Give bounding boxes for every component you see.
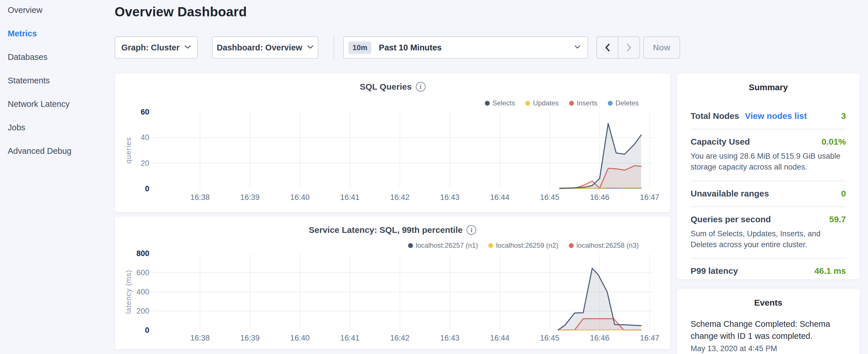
summary-row-label: Capacity Used bbox=[691, 137, 750, 147]
svg-text:16:46: 16:46 bbox=[590, 334, 610, 342]
chevron-down-icon bbox=[574, 45, 581, 50]
svg-text:16:45: 16:45 bbox=[540, 334, 560, 342]
svg-text:16:39: 16:39 bbox=[241, 193, 260, 202]
dashboard-dropdown[interactable]: Dashboard: Overview bbox=[212, 36, 318, 59]
sql-queries-chart: 16:3816:3916:4016:4116:4216:4316:4416:45… bbox=[115, 73, 671, 213]
chevron-down-icon bbox=[184, 45, 191, 50]
summary-row-label: Total Nodes bbox=[691, 111, 739, 121]
svg-text:600: 600 bbox=[136, 268, 149, 277]
time-range-label: Past 10 Minutes bbox=[379, 43, 442, 53]
svg-text:0: 0 bbox=[145, 326, 149, 334]
svg-text:16:47: 16:47 bbox=[640, 334, 659, 342]
summary-row-value: 46.1 ms bbox=[814, 266, 846, 276]
summary-row: Unavailable ranges0 bbox=[691, 181, 846, 206]
svg-text:16:39: 16:39 bbox=[241, 334, 260, 342]
summary-row: Total NodesView nodes list3 bbox=[691, 104, 846, 129]
sidebar-item-metrics[interactable]: Metrics bbox=[8, 29, 111, 38]
svg-text:16:41: 16:41 bbox=[340, 334, 360, 342]
event-item[interactable]: Schema Change Completed: Schema change w… bbox=[691, 318, 846, 353]
page-title: Overview Dashboard bbox=[115, 4, 247, 20]
svg-text:16:38: 16:38 bbox=[190, 193, 210, 202]
sidebar-item-advanced-debug[interactable]: Advanced Debug bbox=[8, 147, 111, 155]
svg-text:16:42: 16:42 bbox=[390, 193, 410, 202]
svg-text:latency (ms): latency (ms) bbox=[124, 270, 133, 314]
sidebar-item-network-latency[interactable]: Network Latency bbox=[8, 100, 111, 108]
svg-text:queries: queries bbox=[124, 137, 133, 164]
time-forward-button[interactable] bbox=[618, 37, 639, 58]
controls-divider bbox=[334, 36, 334, 59]
svg-text:60: 60 bbox=[141, 108, 149, 116]
summary-row-label: Queries per second bbox=[691, 215, 771, 224]
view-nodes-list-link[interactable]: View nodes list bbox=[745, 111, 807, 121]
time-range-selector[interactable]: 10m Past 10 Minutes bbox=[343, 36, 588, 59]
svg-text:400: 400 bbox=[136, 288, 149, 296]
summary-row-value: 0 bbox=[841, 189, 846, 198]
graph-dropdown[interactable]: Graph: Cluster bbox=[115, 36, 198, 59]
summary-row-subtext: You are using 28.6 MiB of 515.9 GiB usab… bbox=[691, 151, 846, 173]
graph-dropdown-label: Graph: Cluster bbox=[121, 43, 179, 53]
svg-text:16:47: 16:47 bbox=[640, 193, 659, 202]
summary-row-label: P99 latency bbox=[691, 266, 738, 276]
sidebar-item-jobs[interactable]: Jobs bbox=[8, 123, 111, 132]
svg-text:16:38: 16:38 bbox=[190, 334, 210, 342]
summary-row-label: Unavailable ranges bbox=[691, 189, 769, 198]
summary-row-value: 3 bbox=[841, 111, 846, 121]
svg-text:16:43: 16:43 bbox=[440, 334, 460, 342]
svg-text:16:43: 16:43 bbox=[440, 193, 460, 202]
summary-row-value: 0.01% bbox=[822, 137, 846, 147]
summary-row: P99 latency46.1 ms bbox=[691, 258, 846, 284]
svg-text:200: 200 bbox=[136, 307, 149, 315]
svg-text:16:44: 16:44 bbox=[490, 193, 509, 202]
sidebar-item-overview[interactable]: Overview bbox=[8, 6, 111, 14]
sql-queries-chart-card: SQL Queries i SelectsUpdatesInsertsDelet… bbox=[115, 73, 671, 213]
time-step-buttons bbox=[596, 36, 640, 59]
svg-text:20: 20 bbox=[141, 159, 149, 167]
service-latency-chart: 16:3816:3916:4016:4116:4216:4316:4416:45… bbox=[115, 217, 671, 350]
summary-row: Queries per second59.7Sum of Selects, Up… bbox=[691, 206, 846, 258]
svg-text:16:44: 16:44 bbox=[490, 334, 509, 342]
svg-text:40: 40 bbox=[141, 133, 149, 142]
summary-title: Summary bbox=[691, 73, 846, 92]
svg-text:800: 800 bbox=[136, 249, 149, 258]
sidebar-nav: OverviewMetricsDatabasesStatementsNetwor… bbox=[8, 6, 111, 170]
summary-row: Capacity Used0.01%You are using 28.6 MiB… bbox=[691, 129, 846, 181]
svg-text:16:41: 16:41 bbox=[340, 193, 360, 202]
svg-text:16:45: 16:45 bbox=[540, 193, 560, 202]
dashboard-dropdown-label: Dashboard: Overview bbox=[217, 43, 302, 53]
chevron-right-icon bbox=[626, 43, 632, 52]
now-button[interactable]: Now bbox=[643, 36, 680, 59]
chevron-left-icon bbox=[604, 43, 611, 52]
events-title: Events bbox=[691, 289, 846, 308]
service-latency-chart-card: Service Latency: SQL, 99th percentile i … bbox=[115, 216, 671, 350]
chevron-down-icon bbox=[307, 45, 314, 50]
svg-text:16:42: 16:42 bbox=[390, 334, 410, 342]
summary-panel: Summary Total NodesView nodes list3Capac… bbox=[677, 73, 860, 280]
time-range-badge: 10m bbox=[348, 41, 371, 54]
event-text: Schema Change Completed: Schema change w… bbox=[691, 318, 846, 342]
event-timestamp: May 13, 2020 at 4:45 PM bbox=[691, 344, 846, 353]
summary-row-subtext: Sum of Selects, Updates, Inserts, and De… bbox=[691, 228, 846, 250]
overview-dashboard-page: { "sidebar": { "items": [ {"label": "Ove… bbox=[0, 0, 868, 354]
svg-text:16:40: 16:40 bbox=[290, 334, 310, 342]
sidebar-item-databases[interactable]: Databases bbox=[8, 53, 111, 61]
sidebar-item-statements[interactable]: Statements bbox=[8, 76, 111, 85]
time-back-button[interactable] bbox=[597, 37, 618, 58]
summary-row-value: 59.7 bbox=[829, 215, 846, 224]
svg-text:16:40: 16:40 bbox=[290, 193, 310, 202]
svg-text:0: 0 bbox=[145, 185, 149, 193]
events-panel: Events Schema Change Completed: Schema c… bbox=[677, 288, 860, 354]
svg-text:16:46: 16:46 bbox=[590, 193, 610, 202]
